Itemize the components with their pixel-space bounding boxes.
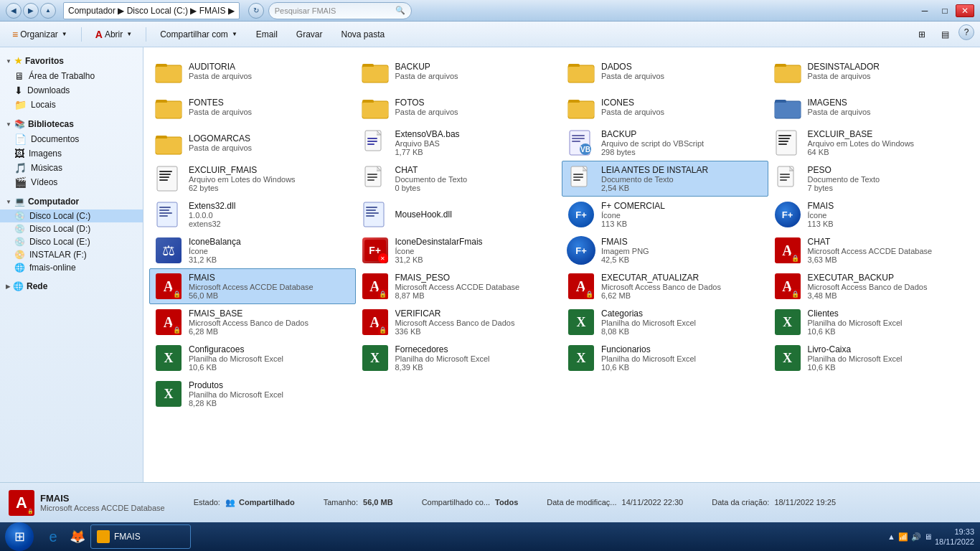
sidebar-favorites-header[interactable]: ▼ ★ Favoritos xyxy=(0,53,143,69)
back-button[interactable]: ◀ xyxy=(6,3,22,19)
file-item-f16[interactable]: PESO Documento de Texto 7 bytes xyxy=(768,161,975,197)
file-item-f29[interactable]: A 🔒 FMAIS_BASE Microsoft Access Banco de… xyxy=(149,304,356,340)
gravar-button[interactable]: Gravar xyxy=(290,24,329,44)
file-item-f35[interactable]: X Funcionarios Planilha do Microsoft Exc… xyxy=(562,340,768,376)
minimize-button[interactable]: ─ xyxy=(915,4,934,17)
file-item-f36[interactable]: X Livro-Caixa Planilha do Microsoft Exce… xyxy=(768,340,975,376)
file-item-f28[interactable]: A 🔒 EXECUTAR_BACKUP Microsoft Access Ban… xyxy=(768,268,975,304)
nova-pasta-button[interactable]: Nova pasta xyxy=(335,24,392,44)
sidebar-item-disco-e[interactable]: 💿 Disco Local (E:) xyxy=(0,235,143,248)
svg-rect-51 xyxy=(157,166,177,191)
rede-arrow: ▶ xyxy=(6,283,10,290)
bibliotecas-arrow: ▼ xyxy=(6,121,11,128)
file-size-f20: 113 KB xyxy=(808,220,970,228)
file-size-f12: 64 KB xyxy=(808,148,970,156)
file-item-f6[interactable]: FOTOS Pasta de arquivos xyxy=(356,89,562,125)
svg-rect-7 xyxy=(364,68,387,80)
taskbar-fmais-item[interactable]: FMAIS xyxy=(90,524,191,549)
tray-hide-icon[interactable]: ▲ xyxy=(887,532,895,541)
sidebar-item-downloads[interactable]: ⬇ Downloads xyxy=(0,83,143,98)
file-item-f23[interactable]: F+ FMAIS Imagem PNG 42,5 KB xyxy=(562,232,768,268)
svg-text:VB: VB xyxy=(580,146,590,154)
up-button[interactable]: ▲ xyxy=(40,3,56,19)
file-item-f15[interactable]: LEIA ANTES DE INSTALAR Documento de Text… xyxy=(562,161,768,197)
close-button[interactable]: ✕ xyxy=(956,4,974,17)
email-button[interactable]: Email xyxy=(250,24,284,44)
file-item-f7[interactable]: ICONES Pasta de arquivos xyxy=(562,89,768,125)
file-item-f19[interactable]: F+ F+ COMERCIAL Ícone 113 KB xyxy=(562,197,768,232)
file-item-f27[interactable]: A 🔒 EXECUTAR_ATUALIZAR Microsoft Access … xyxy=(562,268,768,304)
taskbar-ie-icon[interactable]: e xyxy=(42,524,65,549)
file-item-f26[interactable]: A 🔒 FMAIS_PESO Microsoft Access ACCDE Da… xyxy=(356,268,562,304)
file-item-f13[interactable]: EXCLUIR_FMAIS Arquivo em Lotes do Window… xyxy=(149,161,356,197)
sidebar-item-videos[interactable]: 🎬 Vídeos xyxy=(0,175,143,189)
file-item-f1[interactable]: AUDITORIA Pasta de arquivos xyxy=(149,53,356,89)
status-left: A 🔒 FMAIS Microsoft Access ACCDE Databas… xyxy=(9,490,165,516)
organizar-button[interactable]: ≡ Organizar ▼ xyxy=(6,24,74,44)
sidebar-item-fmais-online[interactable]: 🌐 fmais-online xyxy=(0,261,143,274)
forward-button[interactable]: ▶ xyxy=(23,3,39,19)
file-info-f1: AUDITORIA Pasta de arquivos xyxy=(189,62,351,80)
file-item-f9[interactable]: LOGOMARCAS Pasta de arquivos xyxy=(149,125,356,161)
search-bar[interactable]: Pesquisar FMAIS 🔍 xyxy=(268,2,412,19)
search-icon[interactable]: 🔍 xyxy=(395,6,405,15)
sidebar-item-musicas[interactable]: 🎵 Músicas xyxy=(0,161,143,175)
sidebar-item-locais[interactable]: 📁 Locais xyxy=(0,98,143,112)
view-list-button[interactable]: ▤ xyxy=(935,24,956,44)
refresh-button[interactable]: ↻ xyxy=(248,3,264,19)
file-icon-f22: F+ ✕ xyxy=(361,236,390,265)
sidebar-item-imagens[interactable]: 🖼 Imagens xyxy=(0,146,143,161)
file-item-f25[interactable]: A 🔒 FMAIS Microsoft Access ACCDE Databas… xyxy=(149,268,356,304)
file-item-f5[interactable]: FONTES Pasta de arquivos xyxy=(149,89,356,125)
taskbar: ⊞ e 🦊 FMAIS ▲ 📶 🔊 🖥 19:33 18/11/2022 xyxy=(0,522,980,551)
file-item-f33[interactable]: X Configuracoes Planilha do Microsoft Ex… xyxy=(149,340,356,376)
file-item-f32[interactable]: X Clientes Planilha do Microsoft Excel 1… xyxy=(768,304,975,340)
taskbar-clock[interactable]: 19:33 18/11/2022 xyxy=(935,527,974,547)
file-icon-f6 xyxy=(361,93,390,121)
file-item-f17[interactable]: Extens32.dll 1.0.0.0 extens32 xyxy=(149,197,356,232)
file-item-f20[interactable]: F+ FMAIS Ícone 113 KB xyxy=(768,197,975,232)
file-item-f31[interactable]: X Categorias Planilha do Microsoft Excel… xyxy=(562,304,768,340)
sidebar-item-documentos[interactable]: 📄 Documentos xyxy=(0,132,143,146)
display-tray-icon[interactable]: 🖥 xyxy=(924,532,932,541)
maximize-button[interactable]: □ xyxy=(936,4,954,17)
file-item-f12[interactable]: EXCLUIR_BASE Arquivo em Lotes do Windows… xyxy=(768,125,975,161)
sidebar-item-area-trabalho[interactable]: 🖥 Área de Trabalho xyxy=(0,69,143,83)
file-item-f30[interactable]: A 🔒 VERIFICAR Microsoft Access Banco de … xyxy=(356,304,562,340)
abrir-button[interactable]: A Abrir ▼ xyxy=(89,24,138,44)
svg-rect-42 xyxy=(572,138,585,139)
file-desc-f33: Planilha do Microsoft Excel xyxy=(189,354,351,363)
file-item-f3[interactable]: DADOS Pasta de arquivos xyxy=(562,53,768,89)
file-item-f34[interactable]: X Fornecedores Planilha do Microsoft Exc… xyxy=(356,340,562,376)
help-button[interactable]: ? xyxy=(958,24,974,40)
breadcrumb[interactable]: Computador ▶ Disco Local (C:) ▶ FMAIS ▶ xyxy=(63,2,240,19)
file-item-f2[interactable]: BACKUP Pasta de arquivos xyxy=(356,53,562,89)
file-item-f10[interactable]: ExtensoVBA.bas Arquivo BAS 1,77 KB xyxy=(356,125,562,161)
file-item-f22[interactable]: F+ ✕ IconeDesinstalarFmais Ícone 31,2 KB xyxy=(356,232,562,268)
file-name-f31: Categorias xyxy=(601,309,763,319)
file-item-f4[interactable]: DESINSTALADOR Pasta de arquivos xyxy=(768,53,975,89)
sidebar-item-disco-c[interactable]: 💿 Disco Local (C:) xyxy=(0,209,143,222)
view-details-button[interactable]: ⊞ xyxy=(912,24,932,44)
computador-arrow: ▼ xyxy=(6,199,11,205)
file-item-f21[interactable]: ⚖ IconeBalança Ícone 31,2 KB xyxy=(149,232,356,268)
taskbar-firefox-icon[interactable]: 🦊 xyxy=(66,524,89,549)
sidebar-computador-header[interactable]: ▼ 💻 Computador xyxy=(0,194,143,209)
compartilhar-button[interactable]: Compartilhar com ▼ xyxy=(154,24,244,44)
file-item-f24[interactable]: A 🔒 CHAT Microsoft Access ACCDE Database… xyxy=(768,232,975,268)
file-item-f14[interactable]: CHAT Documento de Texto 0 bytes xyxy=(356,161,562,197)
sidebar-item-disco-d[interactable]: 💿 Disco Local (D:) xyxy=(0,222,143,235)
sidebar-bibliotecas-header[interactable]: ▼ 📚 Bibliotecas xyxy=(0,116,143,132)
sidebar-rede-header[interactable]: ▶ 🌐 Rede xyxy=(0,278,143,294)
start-button[interactable]: ⊞ xyxy=(0,522,39,551)
file-icon-f12 xyxy=(773,128,802,157)
toolbar-sep-2 xyxy=(146,27,146,42)
sidebar-item-instalar[interactable]: 📀 INSTALAR (F:) xyxy=(0,248,143,261)
file-item-f11[interactable]: VB BACKUP Arquivo de script do VBScript … xyxy=(562,125,768,161)
file-item-f8[interactable]: IMAGENS Pasta de arquivos xyxy=(768,89,975,125)
file-item-f37[interactable]: X Produtos Planilha do Microsoft Excel 8… xyxy=(149,376,356,412)
file-item-f18[interactable]: MouseHook.dll xyxy=(356,197,562,232)
file-name-f24: CHAT xyxy=(808,237,970,247)
network-tray-icon[interactable]: 📶 xyxy=(898,532,908,542)
volume-tray-icon[interactable]: 🔊 xyxy=(911,532,921,542)
